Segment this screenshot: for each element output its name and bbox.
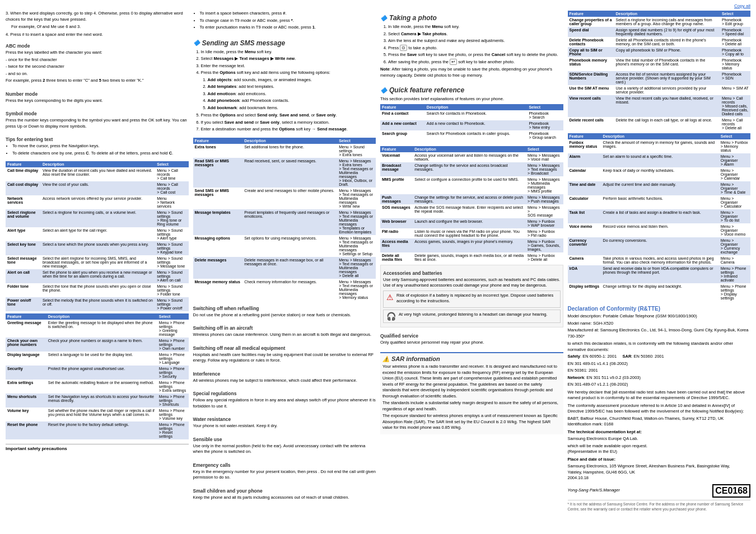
page: Copy all 3. When the word displays corre… xyxy=(0,0,756,519)
qr-row-1-col-1: Add a new contact to Phonebook. xyxy=(425,120,528,130)
text-hint-punct: To enter punctuation marks in T9 mode or… xyxy=(200,25,376,31)
column-2: To insert a space between characters, pr… xyxy=(193,11,376,516)
table6-row-4-col-0: Phonebook memory status xyxy=(568,57,614,71)
column-4: Feature Description Select Change proper… xyxy=(568,11,751,516)
table6-row-0-col-1: Select a ringtone for incoming calls and… xyxy=(614,17,720,27)
table5-row-1-col-0: Broadcast message xyxy=(380,162,413,176)
table1-row-4-col-0: Alert type xyxy=(6,227,41,241)
number-mode-section: Number mode Press the keys corresponding… xyxy=(6,88,189,105)
table7-row-7-col-2: Menu > Organiser > Currency exchange xyxy=(719,237,750,255)
qr-col-feature: Feature xyxy=(380,104,425,110)
table1-row-2-col-1: Access network services offered by your … xyxy=(41,195,155,209)
special-regs-text: Follow any special regulations in force … xyxy=(193,397,376,409)
table7-row-0-col-1: Check the amount of memory in memory for… xyxy=(601,139,719,153)
table7-row-3-col-0: Time and date xyxy=(568,181,601,195)
sar-text-2: The standards include a substantial safe… xyxy=(382,400,561,412)
table2-row-1-col-1: Check your phone numbers or assign a nam… xyxy=(46,338,157,352)
notified-body: BABT, Balfour House, Churchfield Road, W… xyxy=(568,416,751,428)
table3-row-3-col-2: Menu > Messages > Text messages or Multi… xyxy=(337,209,376,235)
table7-row-4-col-0: Calculator xyxy=(568,195,601,209)
table7-row-10-col-1: Change settings for the display and back… xyxy=(601,283,719,301)
switching-off-medical-heading: Switching off near all medical equipment xyxy=(193,345,376,351)
table1-row-3-col-1: Select a ringtone for incoming calls, or… xyxy=(41,209,155,227)
column-3: Taking a photo In Idle mode, press the M… xyxy=(380,11,563,516)
table7-row-6-col-2: Menu > Organiser > Voice memo xyxy=(719,223,750,237)
number-mode-heading: Number mode xyxy=(6,91,189,97)
number-mode-text: Press the keys corresponding to the digi… xyxy=(6,98,189,104)
table3-row-6-col-0: Message memory status xyxy=(193,279,243,301)
table1-row-0-col-2: Menu > Call records > Call time xyxy=(155,167,188,181)
photo-step-1: In Idle mode, press the Menu soft key. xyxy=(388,24,563,30)
table6-row-0-col-0: Change properties of a caller group xyxy=(568,17,614,27)
table6-row-8-col-2: Menu > Call records > Delete all xyxy=(720,117,750,131)
copy-all-link[interactable]: Copy all xyxy=(734,3,750,8)
abc-item-1: - once for the first character xyxy=(6,57,189,63)
qr-row-2-col-1: Search for Phonebook contacts in caller … xyxy=(425,130,528,140)
table6-row-5-col-2: Phonebook > SDN xyxy=(720,71,750,85)
word-example: For example, Of and Me use 6 and 3. xyxy=(11,24,189,30)
table5-row-6-col-2: Menu > Funbox > FM radio xyxy=(526,228,563,238)
table1-row-1-col-2: Menu > Call records > Call cost xyxy=(155,181,188,195)
caution-icon-1: ⚠ xyxy=(386,293,394,302)
table6-row-5-col-0: SDN/Service Dialling Numbers xyxy=(568,71,614,85)
water-res-section: Water resistance Your phone is not water… xyxy=(193,414,376,430)
table1-row-2-col-0: Network services xyxy=(6,195,41,209)
table6-row-8-col-0: Delete recent calls xyxy=(568,117,614,131)
table7-row-8-col-2: Menu > Camera xyxy=(719,255,750,265)
switching-off-medical-text: Hospitals and health care facilities may… xyxy=(193,352,376,364)
quick-ref-section: Quick feature reference This section pro… xyxy=(380,83,563,143)
table1-row-4-col-2: Menu > Sound settings > Alert type xyxy=(155,227,188,241)
table3-col-desc: Description xyxy=(242,138,337,144)
qr-row-1-col-2: Phonebook > New entry xyxy=(527,120,563,130)
sms-heading: Sending an SMS message xyxy=(193,39,376,47)
table1-col-desc: Description xyxy=(41,161,155,167)
table1-row-7-col-2: Menu > Sound settings > Alert on call xyxy=(155,269,188,283)
table3-row-3-col-0: Message templates xyxy=(193,209,243,235)
emergency-calls-text: Key in the emergency number for your pre… xyxy=(193,469,376,481)
table1-row-5-col-1: Select a tone which the phone sounds whe… xyxy=(41,241,155,255)
accessories-text: Use only Samsung-approved batteries and … xyxy=(383,277,561,289)
table1-col-feature: Feature xyxy=(6,161,41,167)
sms-step-2: Select Messages ▶ Text messages ▶ Write … xyxy=(201,56,376,62)
caution-box-1: ⚠ Risk of explosion if a battery is repl… xyxy=(383,291,561,308)
table3-row-5-col-0: Delete messages xyxy=(193,257,243,279)
sensible-use-heading: Sensible use xyxy=(193,437,376,442)
switching-off-refuelling-heading: Switching off when refuelling xyxy=(193,306,376,311)
qr-col-select: Select xyxy=(527,104,563,110)
table6-row-6-col-2: Menu > SIM AT xyxy=(720,85,750,95)
table7-row-0-col-0: Funbox memory status xyxy=(568,139,601,153)
abc-mode-heading: ABC mode xyxy=(6,43,189,49)
table1-row-9-col-2: Menu > Sound settings > Power on/off xyxy=(155,297,188,311)
sar-section: SAR information Your wireless phone is a… xyxy=(380,352,563,434)
table6-row-4-col-1: View the total number of Phonebook conta… xyxy=(614,57,720,71)
tips-heading: Tips for entering text xyxy=(6,137,189,142)
sms-section: Sending an SMS message In Idle mode, pre… xyxy=(193,36,376,134)
table2-row-2-col-1: Select a language to be used for the dis… xyxy=(46,352,157,366)
abc-mode-text: Press the keys labelled with the charact… xyxy=(6,50,189,56)
table5-row-6-col-1: Listen to music or news via the FM radio… xyxy=(413,228,526,238)
table5-row-8-col-2: Menu > Funbox > Delete all xyxy=(526,252,563,263)
qualified-heading: Qualified service xyxy=(380,333,563,339)
table3-row-1-col-2: Menu > Messages > Extra tones > Text mes… xyxy=(337,158,376,188)
important-safety-label: Important safety precautions xyxy=(6,444,189,451)
table6-row-2-col-2: Phonebook > Delete all xyxy=(720,37,750,47)
table3-row-6-col-1: Check memory information for messages. xyxy=(242,279,337,301)
table5-row-4-col-2: Menu > Messages > SOS message xyxy=(526,204,563,218)
table7-row-3-col-1: Adjust the current time and date manuall… xyxy=(601,181,719,195)
photo-step-6: After saving the photo, press the ↩ soft… xyxy=(388,59,563,65)
special-regs-section: Special regulations Follow any special r… xyxy=(193,388,376,410)
table3-row-4-col-0: Messaging options xyxy=(193,235,243,257)
table7-row-10-col-2: Menu > Phone settings > Display settings xyxy=(719,283,750,301)
declaration-emf-3: EN 301-489-07 v1.2.1 (08-2002) xyxy=(568,382,751,388)
table5-row-1-col-2: Menu > Messages > Text messages > Broadc… xyxy=(526,162,563,176)
table5-row-2-col-2: Menu > Messages > Multimedia messages > … xyxy=(526,176,563,194)
table5-row-8-col-0: Delete all media files xyxy=(380,252,413,263)
table6-row-3-col-1: Copy all phonebook to SIM or Phone. xyxy=(614,47,720,57)
sms-step-1: In Idle mode, press the Menu soft key. xyxy=(201,49,376,55)
table6-row-6-col-0: Use the SIM AT menu xyxy=(568,85,614,95)
table7-col-desc: Description xyxy=(601,133,719,139)
technical-doc-heading: The technical documentation kept at: xyxy=(568,429,751,435)
table6-row-2-col-1: Delete all Phonebook contacts stored in … xyxy=(614,37,720,47)
feature-table-5: Feature Description Select VoicemailAcce… xyxy=(380,146,563,263)
switching-off-medical: Switching off near all medical equipment… xyxy=(193,343,376,365)
